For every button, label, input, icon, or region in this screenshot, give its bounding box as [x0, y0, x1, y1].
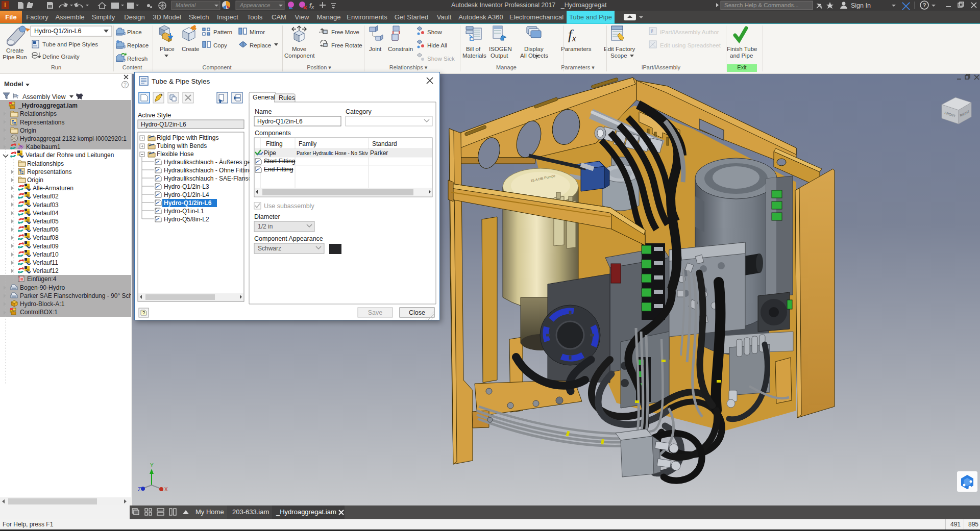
- svg-text:1/2 in: 1/2 in: [258, 223, 273, 230]
- svg-text:and Pipe: and Pipe: [730, 53, 753, 59]
- svg-text:Finish Tube: Finish Tube: [727, 46, 757, 52]
- svg-text:General: General: [253, 94, 275, 101]
- svg-text:Save: Save: [368, 309, 383, 316]
- svg-text:Verlauf08: Verlauf08: [33, 234, 59, 241]
- svg-text:Family: Family: [299, 140, 316, 147]
- svg-text:Pipe: Pipe: [264, 149, 276, 157]
- svg-text:Hydro-Q1in-L1: Hydro-Q1in-L1: [164, 208, 204, 215]
- svg-text:Name: Name: [255, 108, 272, 115]
- svg-text:Component Appearance: Component Appearance: [254, 235, 323, 242]
- svg-text:Show: Show: [427, 29, 442, 35]
- svg-text:Display: Display: [524, 46, 544, 52]
- svg-text:Sign In: Sign In: [851, 2, 871, 9]
- svg-text:Hydro-Block-A:1: Hydro-Block-A:1: [20, 300, 65, 308]
- svg-text:Show Sick: Show Sick: [427, 56, 455, 62]
- svg-text:Verlauf04: Verlauf04: [33, 210, 59, 217]
- svg-text:Verlauf05: Verlauf05: [33, 218, 59, 225]
- svg-text:Relationships: Relationships: [27, 160, 64, 167]
- svg-text:Einfügen:4: Einfügen:4: [27, 275, 57, 283]
- svg-text:Y: Y: [150, 463, 154, 468]
- svg-text:I: I: [4, 2, 6, 9]
- svg-text:Component: Component: [284, 53, 315, 59]
- svg-text:Replace: Replace: [127, 42, 149, 48]
- svg-text:Hydraulikschlauch - SAE-Flansc: Hydraulikschlauch - SAE-Flansch-V: [164, 175, 261, 182]
- svg-text:End Fitting: End Fitting: [264, 166, 293, 173]
- svg-text:Material: Material: [176, 2, 196, 8]
- svg-text:Origin: Origin: [27, 176, 43, 184]
- svg-text:Hydraulikschlauch - Ohne Fitti: Hydraulikschlauch - Ohne Fittings: [164, 167, 255, 174]
- svg-text:All Objects: All Objects: [520, 53, 548, 59]
- svg-text:Flexible Hose: Flexible Hose: [157, 150, 194, 158]
- svg-text:Define Gravity: Define Gravity: [42, 54, 80, 60]
- svg-text:Copy: Copy: [213, 42, 227, 48]
- svg-text:Hydroaggregat 2132 kompl-I0002: Hydroaggregat 2132 kompl-I0002920:1: [20, 135, 127, 142]
- svg-text:Alle-Armaturen: Alle-Armaturen: [33, 185, 74, 192]
- svg-text:Close: Close: [409, 309, 425, 316]
- svg-text:Use subassembly: Use subassembly: [264, 203, 314, 210]
- svg-text:ControlBOX:1: ControlBOX:1: [20, 309, 58, 316]
- svg-text:Relationships: Relationships: [20, 110, 57, 117]
- svg-text:Model: Model: [4, 80, 23, 88]
- svg-text:Parker SAE Flanschverbindung -: Parker SAE Flanschverbindung - 90° Schen…: [20, 292, 131, 299]
- svg-text:fx: fx: [309, 2, 314, 10]
- svg-text:Representations: Representations: [27, 168, 71, 175]
- svg-text:Start Fitting: Start Fitting: [264, 158, 295, 165]
- svg-text:Hydro-Q1/2in-L6: Hydro-Q1/2in-L6: [164, 199, 212, 207]
- svg-text:Verlauf12: Verlauf12: [33, 267, 59, 274]
- svg-text:Schwarz: Schwarz: [258, 245, 281, 252]
- svg-text:Verlauf11: Verlauf11: [33, 259, 58, 266]
- svg-text:Constrain: Constrain: [388, 46, 413, 52]
- svg-text:Representations: Representations: [20, 119, 64, 126]
- svg-text:Components: Components: [255, 130, 291, 137]
- svg-text:Verlauf09: Verlauf09: [33, 243, 59, 250]
- svg-text:Assembly View: Assembly View: [22, 93, 66, 100]
- svg-text:Free Move: Free Move: [331, 29, 359, 35]
- svg-text:Diameter: Diameter: [254, 213, 280, 220]
- svg-text:Active Style: Active Style: [138, 112, 171, 119]
- svg-text:Standard: Standard: [372, 140, 397, 147]
- svg-text:Verlauf02: Verlauf02: [33, 193, 59, 200]
- svg-text:?: ?: [124, 82, 127, 88]
- svg-text:Hydraulikschlauch - Äußeres ge: Hydraulikschlauch - Äußeres gerad: [164, 159, 259, 166]
- svg-text:Scope: Scope: [610, 53, 627, 59]
- svg-text:Tube & Pipe Styles: Tube & Pipe Styles: [152, 78, 210, 85]
- svg-text:Create: Create: [182, 46, 200, 52]
- svg-text:Joint: Joint: [369, 46, 382, 52]
- svg-text:ISOGEN: ISOGEN: [489, 46, 512, 52]
- svg-text:Place: Place: [160, 46, 175, 52]
- svg-text:Parker Hydraulic Hose - No Ski: Parker Hydraulic Hose - No Skiv: [297, 150, 368, 156]
- svg-text:fx: fx: [568, 27, 576, 43]
- svg-text:Kabelbaum1: Kabelbaum1: [26, 143, 61, 150]
- svg-text:_Hydroaggregat.iam: _Hydroaggregat.iam: [18, 102, 78, 109]
- svg-text:Verlauf10: Verlauf10: [33, 251, 59, 258]
- svg-text:Parker: Parker: [370, 149, 388, 157]
- svg-text:Refresh: Refresh: [127, 56, 148, 62]
- svg-text:Hydro-Q1/2in-L6: Hydro-Q1/2in-L6: [141, 121, 186, 128]
- svg-text:Origin: Origin: [20, 127, 36, 134]
- svg-text:Rules: Rules: [279, 94, 295, 102]
- svg-text:Materials: Materials: [462, 53, 486, 59]
- svg-text:Hydro-Q1/2in-L4: Hydro-Q1/2in-L4: [164, 191, 209, 198]
- svg-text:Verlauf03: Verlauf03: [33, 201, 59, 209]
- svg-text:Output: Output: [491, 53, 508, 59]
- svg-text:Verlauf06: Verlauf06: [33, 226, 59, 233]
- svg-text:Hydro-Q1/2in-L3: Hydro-Q1/2in-L3: [164, 183, 209, 190]
- svg-text:Fitting: Fitting: [266, 140, 283, 147]
- svg-text:Hydro-Q5/8in-L2: Hydro-Q5/8in-L2: [164, 216, 209, 223]
- svg-text:Hide All: Hide All: [427, 42, 447, 48]
- svg-text:iPart/iAssembly Author: iPart/iAssembly Author: [660, 29, 719, 35]
- svg-text:Bogen-90-Hydro: Bogen-90-Hydro: [20, 284, 65, 291]
- svg-text:Z: Z: [138, 487, 141, 492]
- svg-text:Free Rotate: Free Rotate: [331, 42, 362, 48]
- svg-text:Rigid Pipe with Fittings: Rigid Pipe with Fittings: [157, 134, 218, 141]
- svg-text:Edit Factory: Edit Factory: [604, 46, 635, 52]
- svg-text:Search Help & Commands...: Search Help & Commands...: [724, 2, 799, 8]
- svg-text:Verlauf der Rohre und Leitunge: Verlauf der Rohre und Leitungen: [26, 151, 114, 159]
- svg-text:X: X: [164, 487, 168, 492]
- svg-text:Place: Place: [127, 29, 142, 35]
- svg-text:Category: Category: [346, 108, 372, 115]
- svg-text:Hydro-Q1/2in-L6: Hydro-Q1/2in-L6: [34, 28, 81, 35]
- svg-text:Tube and Pipe Styles: Tube and Pipe Styles: [42, 41, 98, 47]
- svg-text:Bill of: Bill of: [466, 46, 481, 52]
- svg-text:Edit using Spreadsheet: Edit using Spreadsheet: [660, 42, 721, 48]
